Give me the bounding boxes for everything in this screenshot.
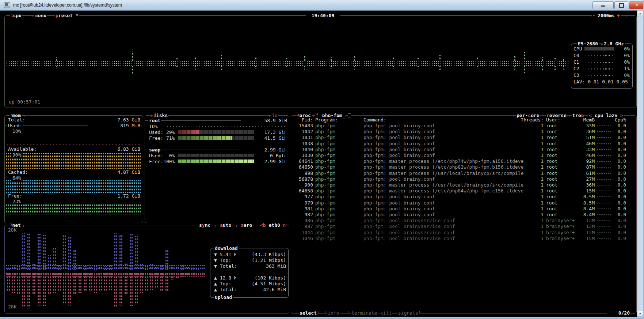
net-upload-bar bbox=[191, 273, 194, 275]
process-row[interactable]: 898php-fpmphp-fpm: master process (/usr/… bbox=[0, 170, 636, 176]
border-tick bbox=[396, 311, 396, 313]
process-user: brainyser+ bbox=[545, 230, 575, 235]
minimize-button[interactable] bbox=[592, 1, 614, 9]
cpu-graph-spike bbox=[354, 56, 356, 61]
process-threads: 1 bbox=[536, 236, 544, 241]
process-row[interactable]: 1030php-fpmphp-fpm: pool brainy.conf1roo… bbox=[0, 153, 636, 158]
info-button[interactable]: info bbox=[327, 310, 340, 316]
signals-button[interactable]: signals bbox=[397, 310, 419, 316]
process-mem: 46M bbox=[576, 153, 595, 158]
process-command: php-fpm: master process (/usr/local/brai… bbox=[363, 182, 538, 188]
scrollbar-up-icon[interactable]: ▲ bbox=[637, 10, 643, 16]
process-cpu-meter bbox=[597, 155, 611, 157]
process-row[interactable]: 982php-fpmphp-fpm: pool brainy.conf1root… bbox=[0, 212, 636, 218]
process-row[interactable]: 986php-fpmphp-fpm: pool brainyservice.co… bbox=[0, 218, 636, 224]
process-program: php-fpm bbox=[315, 141, 336, 146]
process-row[interactable]: 1040php-fpmphp-fpm: pool brainy.conf1roo… bbox=[0, 147, 636, 153]
process-threads: 1 bbox=[536, 153, 544, 158]
net-download-bar bbox=[191, 267, 194, 270]
border-tick bbox=[348, 311, 348, 313]
net-upload-bar bbox=[180, 273, 184, 277]
process-threads: 1 bbox=[536, 158, 544, 164]
col-header-pid[interactable]: Pid: bbox=[290, 117, 314, 123]
process-program: php-fpm bbox=[315, 123, 336, 128]
kill-button[interactable]: kill bbox=[380, 310, 392, 316]
scrollbar-down-icon[interactable]: ▼ bbox=[637, 311, 643, 317]
process-cpu-meter bbox=[597, 137, 611, 139]
process-pid: 982 bbox=[285, 212, 314, 217]
process-row[interactable]: 56878php-fpmphp-fpm: pool brainy.conf1ro… bbox=[0, 176, 636, 182]
maximize-button[interactable] bbox=[614, 1, 628, 9]
process-row[interactable]: 981php-fpmphp-fpm: pool brainy.conf1root… bbox=[0, 206, 636, 212]
process-row[interactable]: 977php-fpmphp-fpm: pool brainy.conf1root… bbox=[0, 194, 636, 200]
net-upload-bar bbox=[196, 273, 199, 275]
disks-box-title[interactable]: disks bbox=[153, 113, 168, 118]
process-mem: 46M bbox=[576, 141, 595, 146]
col-header-user[interactable]: User: bbox=[545, 117, 561, 123]
border-tick bbox=[54, 15, 54, 17]
border-tick bbox=[602, 44, 603, 45]
core-meter-dot bbox=[609, 68, 610, 70]
net-upload-bar bbox=[94, 273, 97, 293]
process-program: php-fpm bbox=[315, 230, 336, 235]
upload-arrow-icon: ▲ bbox=[214, 287, 217, 292]
scrollbar-thumb[interactable] bbox=[637, 17, 643, 310]
process-command: php-fpm: pool brainy.conf bbox=[363, 129, 538, 134]
io-toggle[interactable]: io bbox=[271, 113, 278, 118]
process-row[interactable]: 64641php-fpmphp-fpm: master process (/et… bbox=[0, 158, 636, 164]
col-header-program[interactable]: Program: bbox=[315, 117, 339, 123]
net-download-bar bbox=[145, 264, 148, 270]
process-threads: 1 bbox=[536, 182, 544, 188]
core-meter-dot bbox=[605, 68, 606, 70]
core-value: 1% bbox=[616, 66, 630, 71]
net-upload-bar bbox=[129, 273, 133, 306]
interval-decrease-icon[interactable]: - bbox=[592, 13, 595, 18]
close-button[interactable]: ✕ bbox=[629, 1, 644, 9]
process-row[interactable]: 1044php-fpmphp-fpm: pool brainyservice.c… bbox=[0, 230, 636, 236]
process-row[interactable]: 64650php-fpmphp-fpm: master process (/et… bbox=[0, 164, 636, 170]
col-header-threads[interactable]: Threads: bbox=[519, 117, 544, 123]
clock: 19:40:09 bbox=[306, 13, 340, 18]
process-row[interactable]: 987php-fpmphp-fpm: pool brainyservice.co… bbox=[0, 224, 636, 229]
terminate-button[interactable]: terminate bbox=[351, 310, 378, 316]
border-tick bbox=[325, 311, 325, 313]
process-row[interactable]: 1042php-fpmphp-fpm: pool brainy.conf1roo… bbox=[0, 129, 636, 135]
menu-button[interactable]: menu bbox=[34, 13, 47, 18]
net-upload-bar bbox=[170, 273, 174, 280]
process-threads: 1 bbox=[536, 147, 544, 152]
net-upload-bar bbox=[88, 273, 92, 291]
cpu-freq-label: 2.8 GHz bbox=[603, 41, 625, 46]
process-row[interactable]: 64658php-fpmphp-fpm: master process (/et… bbox=[0, 188, 636, 194]
border-tick bbox=[353, 115, 353, 117]
col-header-cpu[interactable]: Cpu% bbox=[605, 117, 627, 123]
border-tick bbox=[236, 295, 236, 297]
cpu-graph-spike bbox=[194, 56, 197, 61]
net-upload-bar bbox=[83, 273, 87, 292]
border-tick bbox=[213, 295, 213, 297]
process-row[interactable]: 979php-fpmphp-fpm: pool brainy.conf1root… bbox=[0, 200, 636, 206]
filter-clear-icon[interactable] bbox=[348, 113, 351, 117]
net-upload-bar bbox=[145, 273, 148, 291]
process-user: root bbox=[545, 147, 558, 152]
process-user: root bbox=[545, 176, 558, 182]
process-row[interactable]: 1038php-fpmphp-fpm: pool brainy.conf1roo… bbox=[0, 141, 636, 147]
select-button[interactable]: select bbox=[299, 310, 317, 316]
update-interval-control[interactable]: -2000ms+ bbox=[592, 13, 621, 18]
process-row[interactable]: 15483php-fpmphp-fpm: pool brainy.conf1ro… bbox=[0, 123, 636, 129]
process-row[interactable]: 900php-fpmphp-fpm: master process (/usr/… bbox=[0, 182, 636, 188]
col-header-mem[interactable]: MemB bbox=[573, 117, 595, 123]
cpu-graph-spike bbox=[330, 57, 332, 61]
col-header-command[interactable]: Command: bbox=[363, 117, 387, 123]
cpu-box-title[interactable]: 1cpu bbox=[10, 13, 22, 18]
interval-increase-icon[interactable]: + bbox=[617, 13, 620, 18]
process-row[interactable]: 1046php-fpmphp-fpm: pool brainyservice.c… bbox=[0, 236, 636, 241]
process-row[interactable]: 1031php-fpmphp-fpm: pool brainy.conf1roo… bbox=[0, 135, 636, 140]
preset-button[interactable]: preset * bbox=[55, 13, 79, 18]
mem-total-label: Total: bbox=[7, 117, 26, 123]
core-meter bbox=[584, 47, 614, 50]
download-title: download bbox=[214, 245, 239, 251]
border-tick bbox=[32, 15, 33, 17]
cpu-graph-spike bbox=[563, 59, 565, 61]
net-upload-bar bbox=[155, 273, 158, 289]
border-tick bbox=[168, 115, 168, 117]
